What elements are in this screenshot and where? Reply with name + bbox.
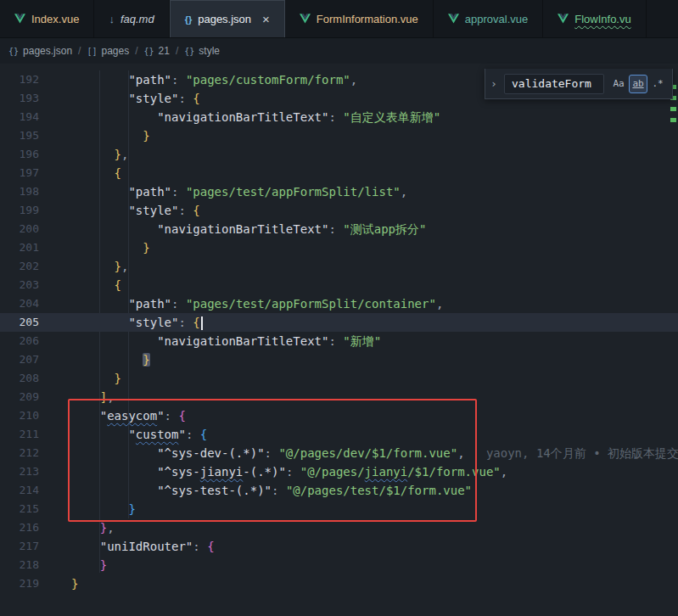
code-text: } bbox=[71, 350, 150, 369]
code-line-216[interactable]: 216 }, bbox=[0, 518, 678, 537]
tab-approval.vue[interactable]: approval.vue bbox=[434, 0, 543, 37]
code-line-198[interactable]: 198 "path": "pages/test/appFormSplit/lis… bbox=[0, 182, 678, 201]
code-line-212[interactable]: 212 "^sys-dev-(.*)": "@/pages/dev/$1/for… bbox=[0, 444, 678, 462]
breadcrumb-item-pages.json[interactable]: {}pages.json bbox=[8, 45, 72, 57]
code-editor[interactable]: 192 "path": "pages/customForm/form",193 … bbox=[0, 64, 678, 616]
markdown-icon: ↓ bbox=[109, 13, 115, 25]
code-text: "style": { bbox=[71, 201, 200, 220]
text-cursor bbox=[201, 316, 203, 330]
code-line-206[interactable]: 206 "navigationBarTitleText": "新增" bbox=[0, 332, 678, 350]
breadcrumb-label: pages.json bbox=[23, 45, 72, 57]
object-icon: {} bbox=[144, 47, 154, 56]
code-text: "^sys-test-(.*)": "@/pages/test/$1/form.… bbox=[71, 481, 472, 500]
code-line-200[interactable]: 200 "navigationBarTitleText": "测试app拆分" bbox=[0, 220, 678, 238]
line-number: 201 bbox=[0, 238, 39, 257]
breadcrumb-item-style[interactable]: {}style bbox=[184, 45, 220, 57]
breadcrumb-label: style bbox=[199, 45, 220, 57]
code-text: "path": "pages/test/appFormSplit/list", bbox=[71, 182, 407, 201]
code-area[interactable]: 192 "path": "pages/customForm/form",193 … bbox=[0, 64, 678, 593]
object-icon: {} bbox=[8, 47, 19, 56]
code-line-201[interactable]: 201 } bbox=[0, 238, 678, 257]
code-line-215[interactable]: 215 } bbox=[0, 500, 678, 518]
code-text: "^sys-dev-(.*)": "@/pages/dev/$1/form.vu… bbox=[71, 444, 678, 462]
line-number: 193 bbox=[0, 89, 39, 108]
code-line-202[interactable]: 202 }, bbox=[0, 257, 678, 276]
code-text: } bbox=[71, 238, 150, 257]
line-number: 206 bbox=[0, 332, 39, 350]
code-line-199[interactable]: 199 "style": { bbox=[0, 201, 678, 220]
line-number: 198 bbox=[0, 182, 39, 201]
tab-label: approval.vue bbox=[465, 13, 528, 25]
code-line-219[interactable]: 219} bbox=[0, 574, 678, 593]
code-line-197[interactable]: 197 { bbox=[0, 164, 678, 182]
find-input[interactable]: validateForm bbox=[504, 74, 604, 94]
code-text: "navigationBarTitleText": "新增" bbox=[71, 332, 381, 350]
code-text: }, bbox=[71, 257, 128, 276]
code-line-207[interactable]: 207 } bbox=[0, 350, 678, 369]
code-line-217[interactable]: 217 "uniIdRouter": { bbox=[0, 537, 678, 556]
json-icon: {} bbox=[185, 14, 193, 25]
breadcrumb-separator: / bbox=[78, 45, 81, 57]
code-line-204[interactable]: 204 "path": "pages/test/appFormSplit/con… bbox=[0, 294, 678, 313]
tab-label: Index.vue bbox=[31, 13, 79, 25]
code-text: "easycom": { bbox=[71, 406, 186, 425]
code-line-195[interactable]: 195 } bbox=[0, 126, 678, 145]
close-icon[interactable]: × bbox=[262, 13, 270, 25]
match-case-button[interactable]: Aa bbox=[609, 75, 628, 93]
code-line-210[interactable]: 210 "easycom": { bbox=[0, 406, 678, 425]
chevron-right-icon[interactable]: › bbox=[490, 77, 501, 90]
code-text: }, bbox=[71, 145, 128, 164]
tab-pages.json[interactable]: {}pages.json× bbox=[170, 0, 285, 37]
breadcrumb-item-pages[interactable]: []pages bbox=[87, 45, 129, 57]
line-number: 195 bbox=[0, 126, 39, 145]
code-line-196[interactable]: 196 }, bbox=[0, 145, 678, 164]
tab-Index.vue[interactable]: Index.vue bbox=[0, 0, 94, 37]
line-number: 192 bbox=[0, 70, 39, 89]
code-text: "navigationBarTitleText": "测试app拆分" bbox=[71, 220, 426, 238]
code-text: "path": "pages/test/appFormSplit/contain… bbox=[71, 294, 443, 313]
code-text: } bbox=[71, 500, 136, 518]
tab-FlowInfo.vu[interactable]: FlowInfo.vu bbox=[543, 0, 646, 37]
code-line-205[interactable]: 205 "style": { bbox=[0, 313, 678, 332]
code-text: }, bbox=[71, 518, 115, 537]
line-number: 200 bbox=[0, 220, 39, 238]
code-line-218[interactable]: 218 } bbox=[0, 556, 678, 574]
line-number: 205 bbox=[0, 313, 39, 332]
code-line-208[interactable]: 208 } bbox=[0, 369, 678, 388]
code-line-213[interactable]: 213 "^sys-jianyi-(.*)": "@/pages/jianyi/… bbox=[0, 462, 678, 481]
code-text: "uniIdRouter": { bbox=[71, 537, 215, 556]
vue-icon bbox=[558, 14, 569, 24]
tab-FormInformation.vue[interactable]: FormInformation.vue bbox=[285, 0, 434, 37]
tab-faq.md[interactable]: ↓faq.md bbox=[94, 0, 169, 37]
vue-icon bbox=[448, 14, 459, 24]
line-number: 215 bbox=[0, 500, 39, 518]
code-text: } bbox=[71, 556, 107, 574]
breadcrumb-item-21[interactable]: {}21 bbox=[144, 45, 170, 57]
line-number: 217 bbox=[0, 537, 39, 556]
vue-icon bbox=[300, 14, 311, 24]
code-text: { bbox=[71, 164, 121, 182]
line-number: 208 bbox=[0, 369, 39, 388]
code-line-203[interactable]: 203 { bbox=[0, 276, 678, 294]
code-line-194[interactable]: 194 "navigationBarTitleText": "自定义表单新增" bbox=[0, 108, 678, 126]
line-number: 203 bbox=[0, 276, 39, 294]
find-widget: › validateForm Aa ab .* bbox=[485, 69, 673, 99]
code-text: "style": { bbox=[71, 89, 200, 108]
code-text: "style": { bbox=[71, 313, 203, 332]
code-line-209[interactable]: 209 ], bbox=[0, 388, 678, 406]
breadcrumb-label: 21 bbox=[159, 45, 170, 57]
line-number: 197 bbox=[0, 164, 39, 182]
line-number: 204 bbox=[0, 294, 39, 313]
code-line-211[interactable]: 211 "custom": { bbox=[0, 425, 678, 444]
code-text: } bbox=[71, 574, 78, 593]
line-number: 194 bbox=[0, 108, 39, 126]
regex-button[interactable]: .* bbox=[648, 75, 667, 93]
code-line-214[interactable]: 214 "^sys-test-(.*)": "@/pages/test/$1/f… bbox=[0, 481, 678, 500]
breadcrumb-label: pages bbox=[101, 45, 129, 57]
vue-icon bbox=[14, 14, 25, 24]
breadcrumb-separator: / bbox=[176, 45, 178, 57]
whole-word-button[interactable]: ab bbox=[629, 75, 647, 93]
array-icon: [] bbox=[87, 47, 97, 56]
tab-label: FlowInfo.vu bbox=[574, 13, 630, 25]
line-number: 219 bbox=[0, 574, 39, 593]
